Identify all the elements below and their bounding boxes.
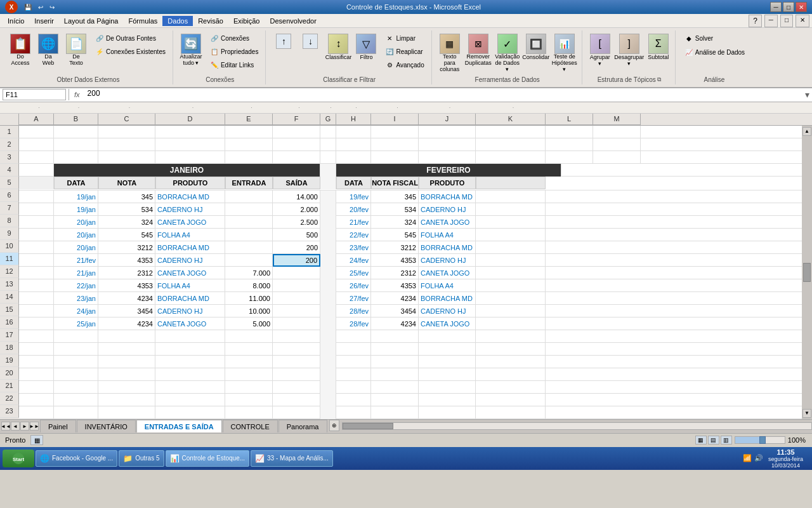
fev-r8-extra[interactable] [476,279,546,292]
fev-r8-nota[interactable]: 4353 [371,279,419,292]
fev-r10-data[interactable]: 28/fev [336,305,371,318]
fev-r4-produto[interactable]: FOLHA A4 [419,229,476,241]
cell-g11[interactable] [320,254,336,267]
col-header-h[interactable]: H [336,114,371,125]
fev-r3-extra[interactable] [476,216,546,229]
btn-texto-colunas[interactable]: ▦ Texto paracolunas [437,32,462,75]
cell-m2[interactable] [593,138,641,151]
fev-r7-extra[interactable] [476,267,546,279]
fev-r4-nota[interactable]: 545 [371,229,419,241]
jan-r2-entrada[interactable] [225,203,273,216]
jan-r9-nota[interactable]: 4234 [98,292,155,305]
jan-r8-entrada[interactable]: 8.000 [225,279,273,292]
row-header-17[interactable]: 17 [0,329,19,342]
row-header-14[interactable]: 14 [0,291,19,304]
start-button[interactable]: Start [3,450,34,467]
btn-do-access[interactable]: 📋 DoAccess [8,32,33,69]
sheet-nav-first[interactable]: ◄◄ [1,422,10,431]
menu-inicio[interactable]: Início [3,16,29,26]
jan-r11-entrada[interactable]: 5.000 [225,318,273,330]
row-header-13[interactable]: 13 [0,278,19,291]
row-header-7[interactable]: 7 [0,202,19,215]
jan-r6-data[interactable]: 21/fev [54,254,98,267]
cell-l2[interactable] [546,138,593,151]
vscroll-down-btn[interactable]: ▼ [802,409,811,418]
btn-classificar-az[interactable]: ↑ [271,32,296,51]
cell-c1[interactable] [98,126,155,138]
taskbar-facebook[interactable]: 🌐 Facebook - Google ... [36,450,117,467]
menu-formulas[interactable]: Fórmulas [124,16,163,26]
cell-d2[interactable] [155,138,225,151]
cell-a1[interactable] [19,126,54,138]
sheet-tab-entradas-saida[interactable]: ENTRADAS E SAÍDA [136,420,222,432]
cell-g13[interactable] [320,279,336,292]
vscroll-up-btn[interactable]: ▲ [802,127,811,136]
cell-a4[interactable] [19,164,54,177]
cell-a5[interactable] [19,177,54,189]
btn-validacao[interactable]: ✓ Validaçãode Dados ▾ [494,32,521,75]
fev-r7-data[interactable]: 25/fev [336,267,371,279]
vertical-scrollbar[interactable]: ▲ ▼ [802,126,812,419]
menu-desenvolvedor[interactable]: Desenvolvedor [265,16,321,26]
cell-g4[interactable] [320,164,336,177]
cell-e1[interactable] [225,126,273,138]
taskbar-controle-estoque[interactable]: 📊 Controle de Estoque... [166,450,250,467]
cell-g16[interactable] [320,318,336,330]
jan-r3-saida[interactable]: 2.500 [273,216,320,229]
row-header-11[interactable]: 11 [0,253,19,265]
fev-r9-extra[interactable] [476,292,546,305]
sheet-tab-inventario[interactable]: INVENTÁRIO [77,420,136,432]
fev-r6-data[interactable]: 24/fev [336,254,371,267]
cell-c3[interactable] [98,151,155,164]
fev-r10-extra[interactable] [476,305,546,318]
minimize-btn[interactable]: ─ [770,2,782,12]
jan-r10-data[interactable]: 24/jan [54,305,98,318]
cell-i2[interactable] [371,138,419,151]
jan-r1-entrada[interactable] [225,190,273,203]
jan-r5-produto[interactable]: BORRACHA MD [155,241,225,254]
jan-r10-entrada[interactable]: 10.000 [225,305,273,318]
cell-a14[interactable] [19,292,54,305]
jan-r5-data[interactable]: 20/jan [54,241,98,254]
view-normal-icon[interactable]: ▦ [695,436,707,444]
col-header-j[interactable]: J [419,114,476,125]
fev-r11-extra[interactable] [476,318,546,330]
cell-g1[interactable] [320,126,336,138]
vscroll-thumb[interactable] [803,263,811,282]
fev-r6-extra[interactable] [476,254,546,267]
fev-r8-produto[interactable]: FOLHA A4 [419,279,476,292]
cell-j3[interactable] [419,151,476,164]
fev-r1-extra[interactable] [476,190,546,203]
cell-c2[interactable] [98,138,155,151]
jan-r3-produto[interactable]: CANETA JOGO [155,216,225,229]
jan-r2-nota[interactable]: 534 [98,203,155,216]
jan-r7-produto[interactable]: CANETA JOGO [155,267,225,279]
btn-consolidar[interactable]: 🔲 Consolidar [523,32,549,62]
jan-r6-nota[interactable]: 4353 [98,254,155,267]
jan-r10-nota[interactable]: 3454 [98,305,155,318]
cell-j2[interactable] [419,138,476,151]
jan-r8-nota[interactable]: 4353 [98,279,155,292]
cell-g6[interactable] [320,190,336,203]
cell-h1[interactable] [336,126,371,138]
row-header-16[interactable]: 16 [0,316,19,329]
jan-r5-saida[interactable]: 200 [273,241,320,254]
jan-r7-saida[interactable] [273,267,320,279]
col-header-e[interactable]: E [225,114,273,125]
view-page-layout-icon[interactable]: ▤ [708,436,719,444]
col-header-c[interactable]: C [98,114,155,125]
cell-m1[interactable] [593,126,641,138]
row-header-5[interactable]: 5 [0,177,19,189]
btn-da-web[interactable]: 🌐 DaWeb [36,32,61,69]
formula-input[interactable]: 200 [85,89,802,100]
cell-g14[interactable] [320,292,336,305]
jan-r4-data[interactable]: 20/jan [54,229,98,241]
sheet-nav-last[interactable]: ►► [30,422,39,431]
cell-f1[interactable] [273,126,320,138]
row-header-23[interactable]: 23 [0,405,19,418]
cell-a9[interactable] [19,229,54,241]
jan-r1-data[interactable]: 19/jan [54,190,98,203]
cell-k3[interactable] [476,151,546,164]
fev-r4-extra[interactable] [476,229,546,241]
taskbar-mapa-analise[interactable]: 📈 33 - Mapa de Anális... [251,450,333,467]
